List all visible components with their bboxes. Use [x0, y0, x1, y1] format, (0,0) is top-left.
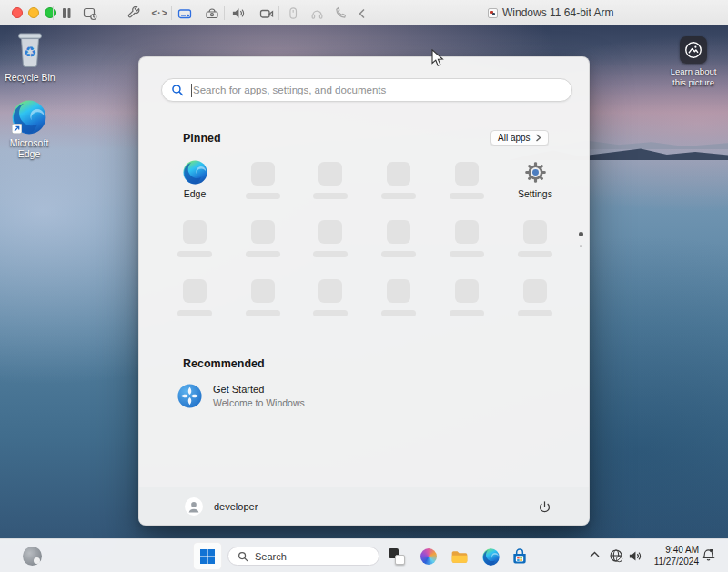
task-view-button[interactable]: [387, 547, 407, 567]
get-started-icon: [177, 384, 202, 408]
desktop-icon-microsoft-edge[interactable]: Microsoft Edge: [0, 100, 58, 159]
pinned-app-placeholder[interactable]: [369, 279, 428, 316]
pinned-app-placeholder[interactable]: [506, 220, 564, 257]
taskbar: Search: [0, 538, 728, 572]
taskbar-search-box[interactable]: Search: [228, 547, 379, 566]
collapse-toolbar-chevron-icon[interactable]: [354, 5, 369, 21]
pinned-app-placeholder[interactable]: [369, 220, 428, 257]
toolbar-separator: [53, 6, 54, 20]
edge-icon: [183, 160, 207, 185]
vm-document-icon: [488, 8, 498, 18]
windows-logo-icon: [200, 549, 215, 564]
macos-titlebar: <·> Windows 11 64-bi: [0, 0, 728, 25]
vm-settings-wrench-icon[interactable]: [126, 5, 142, 21]
globe-no-internet-icon: [609, 548, 623, 563]
snapshots-icon[interactable]: [82, 5, 97, 21]
fullscreen-window-button[interactable]: [45, 7, 56, 18]
start-menu-footer: developer: [139, 487, 589, 525]
chevron-right-icon: [535, 134, 541, 142]
svg-text:♻: ♻: [24, 45, 36, 62]
toolbar-separator: [171, 6, 172, 20]
start-search-box[interactable]: [161, 78, 572, 102]
pinned-app-placeholder[interactable]: [438, 279, 496, 316]
start-menu: Pinned All apps Edge Settings: [138, 56, 590, 526]
user-profile-button[interactable]: developer: [185, 497, 258, 516]
search-icon: [171, 84, 184, 96]
tray-time: 9:40 AM: [648, 545, 699, 557]
tray-date: 11/27/2024: [648, 557, 699, 568]
pause-vm-icon[interactable]: [58, 5, 74, 21]
widgets-weather-icon[interactable]: [23, 547, 42, 566]
toolbar-separator: [224, 6, 225, 20]
vm-window: <·> Windows 11 64-bi: [0, 0, 728, 572]
power-button[interactable]: [536, 498, 552, 515]
power-icon: [538, 500, 551, 514]
network-status-button[interactable]: [609, 548, 623, 563]
speaker-icon: [628, 549, 642, 563]
all-apps-button[interactable]: All apps: [490, 130, 549, 146]
microsoft-store-button[interactable]: [510, 547, 530, 567]
shortcut-arrow-icon: [12, 124, 22, 134]
pinned-app-placeholder[interactable]: [301, 162, 359, 199]
clock-calendar-button[interactable]: 9:40 AM 11/27/2024: [648, 545, 699, 567]
phone-handset-icon[interactable]: [333, 5, 349, 21]
bell-icon: [702, 548, 715, 562]
pinned-app-placeholder[interactable]: [506, 279, 564, 316]
page-dot[interactable]: [580, 245, 582, 247]
picture-info-icon: [680, 36, 707, 64]
start-search-input[interactable]: [193, 85, 562, 95]
toolbar-separator: [329, 6, 329, 20]
pinned-app-placeholder[interactable]: [369, 162, 428, 199]
recommended-item-get-started[interactable]: Get Started Welcome to Windows: [177, 384, 305, 408]
volume-button[interactable]: [628, 549, 642, 563]
task-view-icon: [389, 548, 405, 565]
search-icon: [238, 551, 248, 562]
folder-icon: [450, 547, 469, 566]
pinned-app-placeholder[interactable]: [301, 279, 359, 316]
pinned-app-placeholder[interactable]: [438, 162, 496, 199]
copilot-icon: [420, 548, 437, 565]
copilot-button[interactable]: [419, 547, 439, 567]
pinned-app-placeholder[interactable]: [234, 279, 292, 316]
pinned-app-placeholder[interactable]: [166, 220, 224, 257]
mouse-cursor: [431, 49, 444, 67]
desktop-icon-learn-about-picture[interactable]: Learn about this picture: [663, 36, 723, 88]
notifications-button[interactable]: [702, 548, 715, 562]
page-dot-active[interactable]: [579, 232, 583, 236]
pinned-app-edge[interactable]: Edge: [166, 160, 224, 199]
tray-overflow-button[interactable]: [590, 551, 600, 558]
pinned-app-placeholder[interactable]: [234, 220, 292, 257]
recommended-header: Recommended: [183, 357, 265, 370]
settings-gear-icon: [523, 160, 548, 185]
edge-icon: [12, 100, 46, 135]
sound-device-icon[interactable]: [230, 5, 246, 21]
pinned-app-placeholder[interactable]: [166, 279, 224, 316]
store-bag-icon: [511, 547, 529, 566]
pinned-header: Pinned: [183, 132, 221, 145]
pinned-app-placeholder[interactable]: [438, 220, 496, 257]
edge-icon: [482, 548, 500, 566]
chevron-up-icon: [590, 551, 600, 558]
user-avatar: [185, 497, 203, 516]
edge-taskbar-button[interactable]: [480, 547, 500, 567]
window-title: Windows 11 64-bit Arm: [488, 5, 614, 20]
code-snippets-icon[interactable]: <·>: [152, 5, 167, 21]
pinned-app-settings[interactable]: Settings: [506, 160, 564, 199]
desktop-icon-recycle-bin[interactable]: ♻ Recycle Bin: [1, 29, 59, 83]
close-window-button[interactable]: [12, 7, 23, 18]
pinned-app-placeholder[interactable]: [301, 220, 359, 257]
pinned-page-dots[interactable]: [579, 232, 583, 247]
file-explorer-button[interactable]: [450, 547, 470, 567]
pinned-app-placeholder[interactable]: [234, 162, 292, 199]
recycle-bin-icon: ♻: [13, 29, 47, 69]
usb-mouse-icon[interactable]: [285, 5, 300, 21]
toolbar-separator: [278, 6, 279, 20]
headphones-icon[interactable]: [309, 5, 325, 21]
start-button[interactable]: [193, 542, 222, 570]
camera-icon[interactable]: [258, 5, 274, 21]
cd-dvd-drive-icon[interactable]: [204, 5, 219, 21]
desktop-wallpaper: ♻ Recycle Bin Microsoft Edge: [0, 25, 728, 572]
text-caret: [191, 84, 192, 97]
hard-disk-icon[interactable]: [177, 5, 192, 21]
minimize-window-button[interactable]: [28, 7, 39, 18]
